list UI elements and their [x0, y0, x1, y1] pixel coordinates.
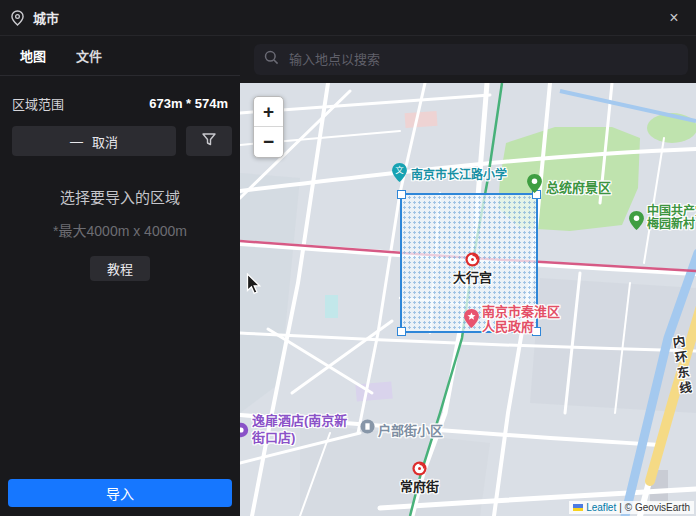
cancel-button-label: 取消 — [92, 132, 118, 151]
dash-icon: — — [70, 134, 83, 149]
selection-handle-bottom-left[interactable] — [397, 327, 406, 336]
map-canvas[interactable]: 文 南京市长江路小学 总统府景区 中国共产党 梅园新村 — [240, 83, 696, 516]
tab-file[interactable]: 文件 — [76, 46, 102, 65]
community-marker-icon — [360, 419, 375, 438]
title-bar: 城市 × — [0, 0, 696, 36]
sidebar: 地图 文件 区域范围 673m * 574m — 取消 选择要导入的区域 *最大… — [0, 36, 240, 516]
label-scenic-area: 总统府景区 — [546, 177, 611, 196]
label-hotel-line1: 逸扉酒店(南京新 — [252, 413, 347, 429]
hotel-marker-icon — [240, 422, 249, 442]
attribution-separator: | — [619, 502, 622, 513]
area-range-label: 区域范围 — [12, 94, 64, 113]
max-size-hint: *最大4000m x 4000m — [0, 220, 240, 240]
filter-button[interactable] — [186, 126, 232, 156]
attribution-copyright: © GeovisEarth — [625, 502, 690, 513]
app-window: 城市 × 地图 文件 区域范围 673m * 574m — 取消 — [0, 0, 696, 516]
school-marker-icon: 文 — [392, 163, 407, 186]
label-metro-station: 大行宫 — [453, 267, 492, 286]
filter-icon — [202, 132, 216, 150]
selection-handle-top-left[interactable] — [397, 190, 406, 199]
label-gov-line2: 人民政府 — [482, 319, 534, 334]
cancel-button[interactable]: — 取消 — [12, 126, 176, 156]
zoom-out-button[interactable]: − — [254, 127, 283, 157]
label-community: 户部街小区 — [378, 420, 443, 439]
select-region-hint: 选择要导入的区域 — [0, 186, 240, 207]
import-button[interactable]: 导入 — [8, 479, 232, 507]
search-header — [240, 36, 696, 83]
label-party-line2: 梅园新村 — [647, 214, 695, 231]
close-icon[interactable]: × — [665, 9, 683, 27]
scenic-marker-icon — [527, 174, 542, 197]
location-pin-icon — [11, 10, 24, 26]
window-title: 城市 — [33, 8, 59, 27]
area-range-value: 673m * 574m — [149, 96, 228, 111]
tab-map[interactable]: 地图 — [20, 46, 46, 65]
search-bar — [254, 44, 688, 75]
ukraine-flag-icon — [573, 504, 583, 511]
search-input[interactable] — [289, 52, 688, 67]
memorial-marker-icon — [629, 211, 644, 234]
zoom-control: + − — [253, 96, 284, 158]
label-gov-line1: 南京市秦淮区 — [482, 304, 560, 319]
tutorial-button[interactable]: 教程 — [90, 256, 150, 281]
svg-text:文: 文 — [395, 165, 404, 175]
label-hotel-line2: 街口店) — [252, 430, 295, 446]
government-marker-icon — [464, 309, 479, 332]
search-icon — [264, 50, 279, 69]
action-row: — 取消 — [12, 126, 232, 156]
tab-bar: 地图 文件 — [0, 36, 240, 76]
label-street-station: 常府街 — [400, 476, 439, 495]
leaflet-link[interactable]: Leaflet — [586, 502, 616, 513]
zoom-in-button[interactable]: + — [254, 97, 283, 127]
map-attribution: Leaflet | © GeovisEarth — [569, 501, 694, 514]
area-range-row: 区域范围 673m * 574m — [12, 94, 228, 113]
label-school: 南京市长江路小学 — [411, 165, 507, 182]
